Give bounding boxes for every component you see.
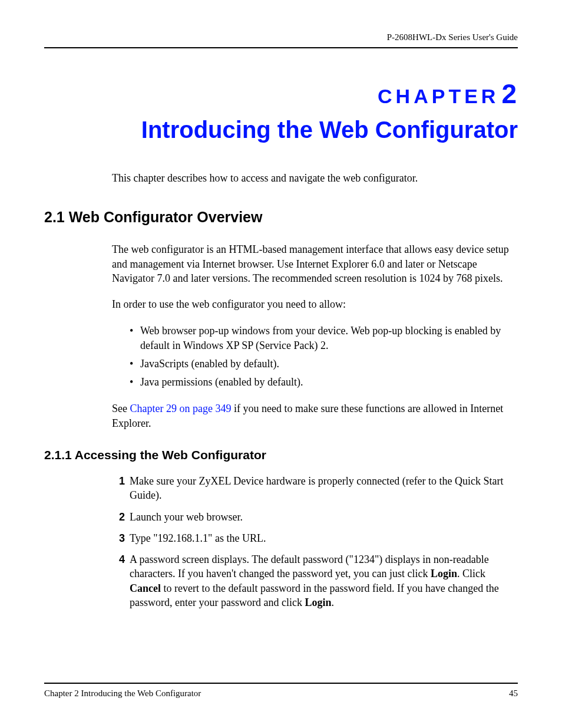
page-header: P-2608HWL-Dx Series User's Guide [44,32,518,48]
chapter-intro: This chapter describes how to access and… [112,172,518,185]
step-text: Launch your web browser. [130,510,518,524]
step-item: 2 Launch your web browser. [112,510,518,524]
step-text-fragment: . [331,597,334,608]
see-reference-paragraph: See Chapter 29 on page 349 if you need t… [112,401,518,430]
list-item: JavaScripts (enabled by default). [130,357,518,371]
body-paragraph: The web configurator is an HTML-based ma… [112,242,518,285]
step-text: Type "192.168.1.1" as the URL. [130,531,518,545]
step-item: 3 Type "192.168.1.1" as the URL. [112,531,518,545]
section-heading-2-1-1: 2.1.1 Accessing the Web Configurator [44,448,518,462]
cross-reference-link[interactable]: Chapter 29 on page 349 [130,403,232,414]
see-prefix: See [112,403,130,414]
step-number: 2 [112,510,125,524]
page-footer: Chapter 2 Introducing the Web Configurat… [44,683,518,699]
steps-list: 1 Make sure your ZyXEL Device hardware i… [112,474,518,610]
step-text-fragment: . Click [457,568,485,579]
step-number: 1 [112,474,125,503]
step-item: 1 Make sure your ZyXEL Device hardware i… [112,474,518,503]
guide-title: P-2608HWL-Dx Series User's Guide [387,32,518,42]
list-item: Web browser pop-up windows from your dev… [130,324,518,353]
chapter-number: 2 [501,78,518,109]
list-item: Java permissions (enabled by default). [130,375,518,390]
chapter-title: Introducing the Web Configurator [44,114,518,145]
step-text: Make sure your ZyXEL Device hardware is … [130,474,518,503]
step-item: 4 A password screen displays. The defaul… [112,552,518,610]
step-number: 4 [112,552,125,610]
body-paragraph: In order to use the web configurator you… [112,297,518,311]
footer-chapter-title: Chapter 2 Introducing the Web Configurat… [44,689,201,699]
page-number: 45 [509,689,518,699]
cancel-label: Cancel [130,582,161,594]
login-label: Login [431,568,457,579]
chapter-heading: CHAPTER 2 Introducing the Web Configurat… [44,78,518,145]
login-label: Login [305,597,331,608]
step-text: A password screen displays. The default … [130,552,518,610]
requirements-list: Web browser pop-up windows from your dev… [130,324,518,390]
section-heading-2-1: 2.1 Web Configurator Overview [44,209,518,226]
chapter-label: CHAPTER [378,85,499,107]
step-number: 3 [112,531,125,545]
